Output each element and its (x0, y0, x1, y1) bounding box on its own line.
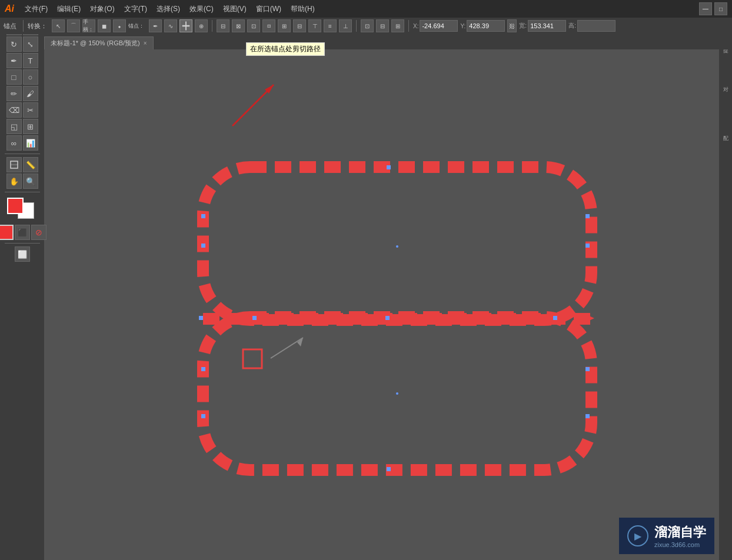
convert-btn[interactable]: ∿ (164, 19, 177, 32)
handle-tool-btn[interactable]: 手柄： (82, 19, 95, 32)
hand-tool-btn[interactable]: ✋ (6, 174, 22, 189)
blend-tool-row: ∞ 📊 (6, 135, 38, 151)
screen-mode-btn[interactable]: ⬜ (15, 246, 30, 262)
anchor-mid-center[interactable] (385, 316, 390, 320)
lock-ratio-btn[interactable]: ⛓ (507, 19, 517, 32)
gradient-tool-btn[interactable]: ◱ (6, 119, 22, 134)
watermark-url: zixue.3d66.com (654, 541, 706, 548)
tool-separator-3 (5, 243, 40, 244)
anchor-top-center[interactable] (387, 165, 391, 169)
anchor-bottom-center[interactable] (387, 467, 391, 471)
none-btn[interactable]: ⊘ (31, 225, 46, 240)
w-input[interactable] (528, 20, 566, 32)
distribute-btn[interactable]: ⧈ (262, 19, 275, 32)
maximize-button[interactable]: □ (714, 2, 727, 15)
document-tab[interactable]: 未标题-1* @ 150% (RGB/预览) × (44, 36, 154, 49)
rotate-tool-btn[interactable]: ↻ (6, 36, 22, 52)
scissors-tool-btn[interactable]: ✂ (23, 102, 38, 118)
fill-color-btn[interactable] (0, 225, 14, 240)
center-point-upper (396, 245, 398, 248)
symbol-tool-row: 📏 (6, 157, 38, 172)
blend-tool-btn[interactable]: ∞ (6, 135, 22, 151)
anchor-mid-right[interactable] (553, 316, 557, 320)
y-coord-field: Y: (460, 20, 505, 32)
arrow-tool-btn[interactable]: ↖ (52, 19, 65, 32)
svg-line-6 (271, 338, 303, 358)
h-input[interactable] (577, 20, 615, 32)
align-left-btn[interactable]: ⊟ (217, 19, 229, 32)
curve-tool-btn[interactable]: ⌒ (67, 19, 80, 32)
brush-tool-btn[interactable]: 🖌 (23, 86, 38, 101)
menu-edit[interactable]: 编辑(E) (54, 3, 84, 15)
anchor-right-lower-bot[interactable] (585, 414, 590, 418)
anchor-right-mid[interactable] (585, 244, 590, 248)
anchor-left-top[interactable] (201, 214, 205, 218)
y-input[interactable] (467, 20, 505, 32)
menu-effect[interactable]: 效果(C) (186, 3, 217, 15)
pen-tool-btn[interactable]: ✒ (6, 53, 22, 68)
mesh-tool-btn[interactable]: ⊞ (23, 119, 38, 134)
tool-separator-1 (5, 154, 40, 154)
eraser-tool-btn[interactable]: ⌫ (6, 102, 22, 118)
align-right-btn[interactable]: ⊡ (247, 19, 260, 32)
tab-title: 未标题-1* @ 150% (RGB/预览) (51, 39, 140, 48)
anchor-left-junction[interactable] (199, 316, 203, 320)
center-point-lower (396, 392, 398, 395)
zoom-tool-btn[interactable]: 🔍 (23, 174, 38, 189)
anchor-left-lower-bot[interactable] (201, 414, 205, 418)
foreground-color-swatch[interactable] (7, 198, 24, 214)
menu-text[interactable]: 文字(T) (121, 3, 151, 15)
valign-mid-btn[interactable]: ≡ (324, 19, 337, 32)
canvas-area[interactable] (44, 49, 719, 560)
stroke-color-btn[interactable]: ⬛ (15, 225, 30, 240)
y-label: Y: (460, 23, 465, 29)
anchor-label-2: 锚点： (128, 22, 144, 30)
selected-anchor-square[interactable] (243, 349, 262, 368)
menu-bar: Ai 文件(F) 编辑(E) 对象(O) 文字(T) 选择(S) 效果(C) 视… (0, 0, 732, 18)
tab-close-btn[interactable]: × (144, 40, 147, 46)
valign-top-btn[interactable]: ⊤ (308, 19, 321, 32)
extra2-btn[interactable]: ⊟ (376, 19, 389, 32)
ruler-tool-btn[interactable]: 📏 (23, 157, 38, 172)
anchor-left-lower-top[interactable] (201, 367, 205, 371)
shape-tool-row: □ ○ (6, 69, 38, 85)
anchor-right-top[interactable] (585, 214, 590, 218)
transform-label: 转换： (28, 22, 47, 31)
grid-btn[interactable]: ⊞ (391, 19, 404, 32)
anchor-square-btn[interactable]: ◼ (98, 19, 111, 32)
menu-window[interactable]: 窗口(W) (252, 3, 285, 15)
anchor-left-mid[interactable] (201, 244, 205, 248)
x-input[interactable] (420, 20, 458, 32)
anchor-right-lower-top[interactable] (585, 367, 590, 371)
minimize-button[interactable]: ─ (699, 2, 712, 15)
eraser-tool-row: ⌫ ✂ (6, 102, 38, 118)
ellipse-tool-btn[interactable]: ○ (23, 69, 38, 85)
align-center-btn[interactable]: ⊠ (232, 19, 245, 32)
fill-stroke-row: ⬛ ⊘ (0, 225, 46, 240)
pen-anchor-btn[interactable]: ✒ (149, 19, 162, 32)
menu-select[interactable]: 选择(S) (153, 3, 184, 15)
text-tool-btn[interactable]: T (23, 53, 38, 68)
anchor-diamond-btn[interactable]: ⬥ (113, 19, 126, 32)
artboard-tool-btn[interactable] (6, 157, 22, 172)
menu-object[interactable]: 对象(O) (86, 3, 118, 15)
watermark: ▶ 溜溜自学 zixue.3d66.com (619, 518, 714, 554)
chart-tool-btn[interactable]: 📊 (23, 135, 38, 151)
toolbar: 锚点 转换： ↖ ⌒ 手柄： ◼ ⬥ 锚点： ✒ ∿ ⊕ ⊟ ⊠ ⊡ ⧈ ⊞ ⊟… (0, 18, 732, 34)
extra1-btn[interactable]: ⊡ (361, 19, 374, 32)
menu-file[interactable]: 文件(F) (21, 3, 51, 15)
distribute2-btn[interactable]: ⊞ (278, 19, 291, 32)
cut-path-btn[interactable] (179, 19, 192, 32)
menu-help[interactable]: 帮助(H) (287, 3, 318, 15)
valign-bot-btn[interactable]: ⊥ (339, 19, 352, 32)
anchor-active-junction[interactable] (252, 316, 257, 320)
tools-panel: ↻ ⤡ ✒ T □ ○ ✏ 🖌 ⌫ ✂ ◱ ⊞ ∞ 📊 📏 ✋ 🔍 (0, 18, 44, 560)
menu-view[interactable]: 视图(V) (219, 3, 250, 15)
rect-tool-btn[interactable]: □ (6, 69, 22, 85)
globe-btn[interactable]: ⊕ (195, 19, 208, 32)
watermark-brand: 溜溜自学 (654, 524, 706, 541)
color-swatches (7, 198, 38, 221)
scale-tool-btn[interactable]: ⤡ (23, 36, 38, 52)
distribute3-btn[interactable]: ⊟ (293, 19, 306, 32)
pencil-tool-btn[interactable]: ✏ (6, 86, 22, 101)
